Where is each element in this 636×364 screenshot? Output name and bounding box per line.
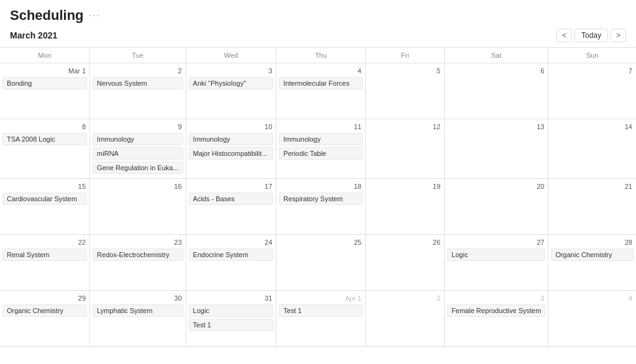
cal-cell: 3Female Reproductive System <box>445 291 548 347</box>
calendar-event[interactable]: Bonding <box>2 77 87 89</box>
cal-cell: 18Respiratory System <box>276 179 366 235</box>
day-number: 30 <box>93 293 183 304</box>
day-headers-row: MonTueWedThuFriSatSun <box>0 48 636 63</box>
cal-cell: 19 <box>365 179 444 235</box>
day-number: 8 <box>2 122 87 133</box>
day-number: 9 <box>93 122 183 133</box>
day-header-sat: Sat <box>445 48 548 63</box>
cal-cell: 26 <box>365 235 444 291</box>
cal-cell: 3Anki "Physiology" <box>186 63 276 119</box>
cal-cell: 5 <box>365 63 444 119</box>
calendar-event[interactable]: Renal System <box>2 248 87 261</box>
day-header-wed: Wed <box>186 48 276 63</box>
calendar-event[interactable]: Logic <box>447 248 545 261</box>
app-title: Scheduling <box>10 7 84 24</box>
calendar-event[interactable]: Immunology <box>279 133 363 145</box>
cal-cell: 4Intermolecular Forces <box>276 63 366 119</box>
cal-cell: 16 <box>90 179 186 235</box>
calendar-event[interactable]: Female Reproductive System <box>447 304 545 317</box>
cal-cell: Apr 1Test 1 <box>276 291 366 347</box>
calendar-header: March 2021 < Today > <box>0 26 636 47</box>
day-number: 2 <box>368 293 442 304</box>
cal-cell: 25 <box>276 235 366 291</box>
day-number: 14 <box>551 122 634 133</box>
day-number: 28 <box>551 237 634 248</box>
day-number: 26 <box>368 237 442 248</box>
calendar-event[interactable]: Endocrine System <box>189 248 274 261</box>
day-number: 23 <box>93 237 183 248</box>
calendar-event[interactable]: Cardiovascular System <box>2 193 87 205</box>
today-button[interactable]: Today <box>575 29 608 42</box>
calendar-event[interactable]: Anki "Physiology" <box>189 77 274 89</box>
day-number: 12 <box>368 122 442 133</box>
cal-cell: 13 <box>445 119 548 179</box>
cal-cell: 30Lymphatic System <box>90 291 186 347</box>
calendar-event[interactable]: Major Histocompatibilit... <box>189 147 274 160</box>
calendar-event[interactable]: miRNA <box>93 147 183 160</box>
calendar-event[interactable]: Respiratory System <box>279 193 363 205</box>
day-number: 15 <box>2 181 87 193</box>
day-number: 13 <box>447 122 545 133</box>
day-number: 4 <box>551 293 634 304</box>
day-number: 7 <box>551 66 634 77</box>
cal-cell: 24Endocrine System <box>186 235 276 291</box>
calendar-event[interactable]: Acids - Bases <box>189 193 274 205</box>
day-number: 11 <box>279 122 363 133</box>
cal-cell: 12 <box>365 119 444 179</box>
day-header-mon: Mon <box>0 48 90 63</box>
day-number: 6 <box>447 66 545 77</box>
week-row-4: 29Organic Chemistry30Lymphatic System31L… <box>0 291 636 347</box>
week-row-1: 8TSA 2008 Logic9ImmunologymiRNAGene Regu… <box>0 119 636 179</box>
day-number: 19 <box>368 181 442 193</box>
day-number: 4 <box>279 66 363 77</box>
app-header: Scheduling ··· <box>0 0 636 26</box>
day-number: 31 <box>189 293 274 304</box>
day-header-sun: Sun <box>548 48 636 63</box>
calendar-event[interactable]: Test 1 <box>189 319 274 331</box>
calendar-event[interactable]: Redox-Electrochemistry <box>93 248 183 261</box>
cal-cell: 14 <box>548 119 636 179</box>
cal-cell: 20 <box>445 179 548 235</box>
day-number: 5 <box>368 66 442 77</box>
cal-cell: 29Organic Chemistry <box>0 291 90 347</box>
week-row-3: 22Renal System23Redox-Electrochemistry24… <box>0 235 636 291</box>
calendar-event[interactable]: Intermolecular Forces <box>279 77 363 89</box>
day-number: 3 <box>447 293 545 304</box>
calendar-event[interactable]: Immunology <box>93 133 183 145</box>
day-number: 18 <box>279 181 363 193</box>
calendar-event[interactable]: Organic Chemistry <box>2 304 87 317</box>
day-header-fri: Fri <box>365 48 444 63</box>
day-number: 24 <box>189 237 274 248</box>
day-number: Apr 1 <box>279 293 363 304</box>
week-row-0: Mar 1Bonding2Nervous System3Anki "Physio… <box>0 63 636 119</box>
calendar-event[interactable]: Organic Chemistry <box>551 248 634 261</box>
month-year-label: March 2021 <box>10 30 57 40</box>
next-button[interactable]: > <box>611 29 626 42</box>
calendar-table: MonTueWedThuFriSatSun Mar 1Bonding2Nervo… <box>0 47 636 347</box>
calendar-event[interactable]: TSA 2008 Logic <box>2 133 87 145</box>
cal-cell: 4 <box>548 291 636 347</box>
app-menu-icon[interactable]: ··· <box>89 10 101 21</box>
calendar-event[interactable]: Lymphatic System <box>93 304 183 317</box>
cal-cell: 31LogicTest 1 <box>186 291 276 347</box>
week-row-2: 15Cardiovascular System1617Acids - Bases… <box>0 179 636 235</box>
calendar-event[interactable]: Logic <box>189 304 274 317</box>
cal-cell: 10ImmunologyMajor Histocompatibilit... <box>186 119 276 179</box>
day-number: 20 <box>447 181 545 193</box>
calendar-event[interactable]: Immunology <box>189 133 274 145</box>
calendar-event[interactable]: Test 1 <box>279 304 363 317</box>
day-number: 25 <box>279 237 363 248</box>
calendar-event[interactable]: Periodic Table <box>279 147 363 160</box>
cal-cell: 15Cardiovascular System <box>0 179 90 235</box>
calendar-event[interactable]: Nervous System <box>93 77 183 89</box>
day-number: 10 <box>189 122 274 133</box>
cal-cell: 8TSA 2008 Logic <box>0 119 90 179</box>
cal-cell: 22Renal System <box>0 235 90 291</box>
nav-controls: < Today > <box>556 29 626 42</box>
prev-button[interactable]: < <box>556 29 572 42</box>
calendar-event[interactable]: Gene Regulation in Euka... <box>93 162 183 174</box>
day-header-thu: Thu <box>276 48 366 63</box>
cal-cell: 2Nervous System <box>90 63 186 119</box>
day-number: 29 <box>2 293 87 304</box>
cal-cell: 28Organic Chemistry <box>548 235 636 291</box>
